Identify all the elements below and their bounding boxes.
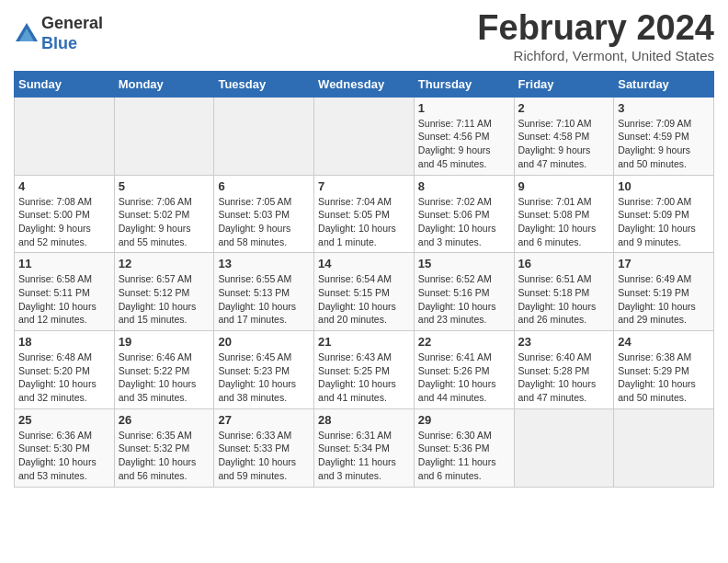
title-block: February 2024 Richford, Vermont, United … [477, 9, 714, 63]
calendar-cell: 29Sunrise: 6:30 AM Sunset: 5:36 PM Dayli… [414, 408, 514, 487]
day-number: 24 [618, 335, 710, 349]
day-number: 7 [318, 179, 410, 193]
day-number: 12 [119, 257, 210, 270]
calendar-week-4: 25Sunrise: 6:36 AM Sunset: 5:30 PM Dayli… [15, 408, 714, 487]
day-number: 18 [18, 335, 110, 349]
calendar-week-2: 11Sunrise: 6:58 AM Sunset: 5:11 PM Dayli… [15, 253, 714, 331]
header-monday: Monday [114, 71, 214, 97]
calendar-cell: 4Sunrise: 7:08 AM Sunset: 5:00 PM Daylig… [15, 175, 115, 253]
day-info: Sunrise: 6:55 AM Sunset: 5:13 PM Dayligh… [218, 272, 310, 327]
day-info: Sunrise: 6:43 AM Sunset: 5:25 PM Dayligh… [318, 350, 410, 405]
calendar-cell: 6Sunrise: 7:05 AM Sunset: 5:03 PM Daylig… [214, 175, 314, 253]
day-info: Sunrise: 6:31 AM Sunset: 5:34 PM Dayligh… [318, 429, 410, 483]
day-number: 27 [218, 413, 310, 427]
day-info: Sunrise: 7:01 AM Sunset: 5:08 PM Dayligh… [518, 195, 610, 249]
logo-icon [14, 21, 40, 47]
calendar-cell: 11Sunrise: 6:58 AM Sunset: 5:11 PM Dayli… [15, 253, 115, 331]
calendar-cell: 9Sunrise: 7:01 AM Sunset: 5:08 PM Daylig… [514, 175, 614, 253]
day-info: Sunrise: 6:33 AM Sunset: 5:33 PM Dayligh… [218, 429, 310, 483]
calendar-cell: 22Sunrise: 6:41 AM Sunset: 5:26 PM Dayli… [414, 331, 514, 409]
calendar-cell: 7Sunrise: 7:04 AM Sunset: 5:05 PM Daylig… [314, 175, 415, 253]
page-header: General Blue February 2024 Richford, Ver… [14, 9, 714, 63]
calendar-cell: 3Sunrise: 7:09 AM Sunset: 4:59 PM Daylig… [614, 97, 714, 175]
calendar-cell: 1Sunrise: 7:11 AM Sunset: 4:56 PM Daylig… [414, 97, 514, 175]
calendar-cell: 10Sunrise: 7:00 AM Sunset: 5:09 PM Dayli… [614, 175, 714, 253]
calendar-cell: 8Sunrise: 7:02 AM Sunset: 5:06 PM Daylig… [414, 175, 514, 253]
day-number: 15 [418, 257, 510, 270]
calendar-cell [114, 97, 214, 175]
calendar-cell [314, 97, 415, 175]
day-info: Sunrise: 7:08 AM Sunset: 5:00 PM Dayligh… [18, 195, 110, 249]
month-year-title: February 2024 [477, 9, 714, 48]
day-info: Sunrise: 6:36 AM Sunset: 5:30 PM Dayligh… [18, 429, 110, 483]
day-info: Sunrise: 6:35 AM Sunset: 5:32 PM Dayligh… [119, 429, 210, 483]
day-number: 16 [518, 257, 610, 270]
day-number: 14 [318, 257, 410, 270]
day-number: 28 [318, 413, 410, 427]
calendar-cell: 26Sunrise: 6:35 AM Sunset: 5:32 PM Dayli… [114, 408, 214, 487]
day-info: Sunrise: 7:02 AM Sunset: 5:06 PM Dayligh… [418, 195, 510, 249]
day-number: 4 [18, 179, 110, 193]
day-info: Sunrise: 7:04 AM Sunset: 5:05 PM Dayligh… [318, 195, 410, 249]
calendar-cell: 25Sunrise: 6:36 AM Sunset: 5:30 PM Dayli… [15, 408, 115, 487]
header-wednesday: Wednesday [314, 71, 415, 97]
day-number: 21 [318, 335, 410, 349]
day-info: Sunrise: 6:38 AM Sunset: 5:29 PM Dayligh… [618, 350, 710, 405]
day-number: 8 [418, 179, 510, 193]
day-info: Sunrise: 6:48 AM Sunset: 5:20 PM Dayligh… [18, 350, 110, 405]
calendar-header: Sunday Monday Tuesday Wednesday Thursday… [15, 71, 714, 97]
day-info: Sunrise: 6:46 AM Sunset: 5:22 PM Dayligh… [119, 350, 210, 405]
day-number: 23 [518, 335, 610, 349]
day-info: Sunrise: 6:49 AM Sunset: 5:19 PM Dayligh… [618, 272, 710, 327]
calendar-body: 1Sunrise: 7:11 AM Sunset: 4:56 PM Daylig… [15, 97, 714, 487]
day-number: 25 [18, 413, 110, 427]
calendar-cell: 24Sunrise: 6:38 AM Sunset: 5:29 PM Dayli… [614, 331, 714, 409]
logo: General Blue [14, 14, 103, 53]
location-subtitle: Richford, Vermont, United States [477, 48, 714, 63]
calendar-cell: 21Sunrise: 6:43 AM Sunset: 5:25 PM Dayli… [314, 331, 415, 409]
day-info: Sunrise: 7:05 AM Sunset: 5:03 PM Dayligh… [218, 195, 310, 249]
calendar-cell: 18Sunrise: 6:48 AM Sunset: 5:20 PM Dayli… [15, 331, 115, 409]
day-info: Sunrise: 7:11 AM Sunset: 4:56 PM Dayligh… [418, 117, 510, 171]
day-info: Sunrise: 6:52 AM Sunset: 5:16 PM Dayligh… [418, 272, 510, 327]
day-number: 9 [518, 179, 610, 193]
logo-text: General Blue [41, 14, 103, 53]
calendar-cell: 19Sunrise: 6:46 AM Sunset: 5:22 PM Dayli… [114, 331, 214, 409]
calendar-cell [614, 408, 714, 487]
header-row: Sunday Monday Tuesday Wednesday Thursday… [15, 71, 714, 97]
calendar-table: Sunday Monday Tuesday Wednesday Thursday… [14, 71, 714, 488]
calendar-cell: 5Sunrise: 7:06 AM Sunset: 5:02 PM Daylig… [114, 175, 214, 253]
header-saturday: Saturday [614, 71, 714, 97]
day-info: Sunrise: 6:51 AM Sunset: 5:18 PM Dayligh… [518, 272, 610, 327]
day-info: Sunrise: 6:57 AM Sunset: 5:12 PM Dayligh… [119, 272, 210, 327]
day-number: 26 [119, 413, 210, 427]
calendar-cell [15, 97, 115, 175]
calendar-week-3: 18Sunrise: 6:48 AM Sunset: 5:20 PM Dayli… [15, 331, 714, 409]
header-tuesday: Tuesday [214, 71, 314, 97]
calendar-week-0: 1Sunrise: 7:11 AM Sunset: 4:56 PM Daylig… [15, 97, 714, 175]
day-info: Sunrise: 6:45 AM Sunset: 5:23 PM Dayligh… [218, 350, 310, 405]
calendar-cell: 17Sunrise: 6:49 AM Sunset: 5:19 PM Dayli… [614, 253, 714, 331]
day-info: Sunrise: 6:58 AM Sunset: 5:11 PM Dayligh… [18, 272, 110, 327]
day-number: 19 [119, 335, 210, 349]
day-info: Sunrise: 7:09 AM Sunset: 4:59 PM Dayligh… [618, 117, 710, 171]
day-number: 6 [218, 179, 310, 193]
day-number: 5 [119, 179, 210, 193]
day-info: Sunrise: 7:00 AM Sunset: 5:09 PM Dayligh… [618, 195, 710, 249]
day-number: 2 [518, 101, 610, 115]
calendar-cell: 27Sunrise: 6:33 AM Sunset: 5:33 PM Dayli… [214, 408, 314, 487]
day-info: Sunrise: 6:30 AM Sunset: 5:36 PM Dayligh… [418, 429, 510, 483]
day-number: 29 [418, 413, 510, 427]
calendar-cell: 23Sunrise: 6:40 AM Sunset: 5:28 PM Dayli… [514, 331, 614, 409]
calendar-cell: 13Sunrise: 6:55 AM Sunset: 5:13 PM Dayli… [214, 253, 314, 331]
day-number: 10 [618, 179, 710, 193]
calendar-cell: 14Sunrise: 6:54 AM Sunset: 5:15 PM Dayli… [314, 253, 415, 331]
header-thursday: Thursday [414, 71, 514, 97]
calendar-cell [514, 408, 614, 487]
header-friday: Friday [514, 71, 614, 97]
day-number: 22 [418, 335, 510, 349]
day-number: 13 [218, 257, 310, 270]
calendar-cell [214, 97, 314, 175]
day-number: 20 [218, 335, 310, 349]
day-number: 3 [618, 101, 710, 115]
